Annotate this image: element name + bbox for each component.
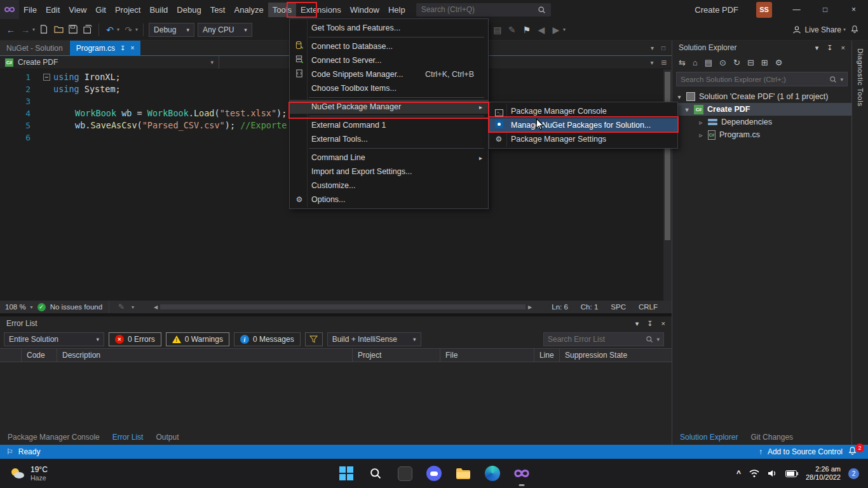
menu-item-external-command-1[interactable]: External Command 1 xyxy=(290,118,488,132)
show-all-files-icon[interactable]: ⊞ xyxy=(761,58,768,67)
quick-search-box[interactable] xyxy=(416,3,551,17)
tab-diagnostic-tools[interactable]: Diagnostic Tools xyxy=(857,48,864,445)
error-source-combo[interactable]: Build + IntelliSense ▾ xyxy=(327,332,421,346)
menu-item-package-manager-console[interactable]: >_ Package Manager Console xyxy=(489,104,677,118)
warnings-filter-button[interactable]: 0 Warnings xyxy=(166,332,229,346)
quick-search-input[interactable] xyxy=(421,5,538,14)
menu-file[interactable]: File xyxy=(19,3,41,17)
suppression-column-header[interactable]: Suppression State xyxy=(560,349,672,362)
tree-item-program-cs[interactable]: ▹ C# Program.cs xyxy=(672,128,851,141)
home-icon[interactable]: ⌂ xyxy=(693,58,698,67)
menu-item-connect-database[interactable]: Connect to Database... xyxy=(290,39,488,53)
feedback-bell-icon[interactable] xyxy=(849,25,860,35)
editor-horizontal-scrollbar[interactable]: ◀ ▶ xyxy=(154,304,532,310)
code-column-header[interactable]: Code xyxy=(22,349,57,362)
properties-icon[interactable]: ⚙ xyxy=(775,58,783,67)
tab-nuget-solution[interactable]: NuGet - Solution xyxy=(0,41,69,55)
split-window-icon[interactable]: ⊞ xyxy=(661,59,667,66)
start-button[interactable] xyxy=(338,465,355,482)
tree-expanded-icon[interactable]: ▾ xyxy=(684,106,690,113)
file-column-header[interactable]: File xyxy=(440,349,534,362)
comment-icon[interactable]: ▤ xyxy=(492,25,503,34)
menu-item-import-export-settings[interactable]: Import and Export Settings... xyxy=(290,165,488,179)
save-icon[interactable] xyxy=(67,25,79,35)
volume-icon[interactable] xyxy=(768,469,778,478)
bookmark-next-icon[interactable]: ▶ xyxy=(550,25,562,34)
close-panel-icon[interactable]: × xyxy=(841,44,845,52)
error-scope-combo[interactable]: Entire Solution ▾ xyxy=(4,332,104,346)
fold-collapse-icon[interactable]: − xyxy=(43,74,50,81)
pencil-icon[interactable]: ✎ xyxy=(506,25,518,34)
menu-git[interactable]: Git xyxy=(91,3,111,17)
menu-item-customize[interactable]: Customize... xyxy=(290,179,488,193)
visual-studio-button[interactable] xyxy=(513,465,530,482)
refresh-icon[interactable]: ↻ xyxy=(733,58,740,67)
solution-platform-combo[interactable]: Any CPU ▾ xyxy=(198,23,252,37)
menu-analyze[interactable]: Analyze xyxy=(229,3,268,17)
tray-chevron-icon[interactable]: ^ xyxy=(736,469,741,478)
tree-item-project[interactable]: ▾ C# Create PDF xyxy=(672,103,851,116)
menu-item-options[interactable]: ⚙ Options... xyxy=(290,193,488,207)
minimize-button[interactable]: — xyxy=(782,0,811,19)
new-file-icon[interactable] xyxy=(38,25,50,35)
severity-column-header[interactable] xyxy=(0,349,22,362)
issues-status[interactable]: No issues found xyxy=(50,303,102,311)
chevron-down-icon[interactable]: ▾ xyxy=(135,27,138,32)
chevron-down-icon[interactable]: ▾ xyxy=(32,27,35,32)
open-folder-icon[interactable] xyxy=(53,25,64,34)
column-indicator[interactable]: Ch: 1 xyxy=(581,303,599,311)
live-share-button[interactable]: Live Share ▾ xyxy=(792,25,846,34)
menu-tools[interactable]: Tools xyxy=(268,3,296,17)
menu-item-code-snippets[interactable]: Code Snippets Manager... Ctrl+K, Ctrl+B xyxy=(290,67,488,81)
wifi-icon[interactable] xyxy=(749,469,760,478)
tab-solution-explorer[interactable]: Solution Explorer xyxy=(680,433,738,442)
tab-list-chevron-icon[interactable]: ▾ xyxy=(651,44,654,51)
tab-error-list[interactable]: Error List xyxy=(112,433,144,442)
solution-configuration-combo[interactable]: Debug ▾ xyxy=(149,23,194,37)
chevron-down-icon[interactable]: ▾ xyxy=(563,27,566,32)
bookmark-icon[interactable]: ⚑ xyxy=(521,25,532,34)
menu-item-command-line[interactable]: Command Line ▸ xyxy=(290,151,488,165)
tree-expanded-icon[interactable]: ▾ xyxy=(676,93,682,100)
navigate-forward-icon[interactable]: → xyxy=(20,25,31,34)
chevron-down-icon[interactable]: ▾ xyxy=(651,59,654,66)
menu-item-nuget-package-manager[interactable]: NuGet Package Manager ▸ xyxy=(290,100,488,114)
undo-icon[interactable]: ↶ xyxy=(104,25,116,34)
pin-icon[interactable]: ↧ xyxy=(647,320,653,328)
notifications-button[interactable]: 2 xyxy=(848,446,862,458)
close-button[interactable]: × xyxy=(839,0,868,19)
menu-item-connect-server[interactable]: Connect to Server... xyxy=(290,53,488,67)
battery-icon[interactable] xyxy=(785,470,798,477)
window-menu-icon[interactable]: ▾ xyxy=(635,320,639,328)
line-ending-indicator[interactable]: CRLF xyxy=(639,303,658,311)
spaces-indicator[interactable]: SPC xyxy=(611,303,626,311)
chevron-down-icon[interactable]: ▾ xyxy=(31,304,33,310)
scroll-left-icon[interactable]: ◀ xyxy=(154,304,158,310)
add-to-source-control-button[interactable]: Add to Source Control xyxy=(768,447,843,456)
weather-widget[interactable]: 19°C Haze xyxy=(9,465,48,482)
tree-collapsed-icon[interactable]: ▹ xyxy=(698,119,704,126)
menu-test[interactable]: Test xyxy=(206,3,230,17)
switch-views-icon[interactable]: ⇆ xyxy=(679,58,686,67)
pending-changes-icon[interactable]: ▤ xyxy=(705,58,712,67)
error-list-search-input[interactable] xyxy=(548,335,642,344)
menu-view[interactable]: View xyxy=(64,3,91,17)
scroll-right-icon[interactable]: ▶ xyxy=(528,304,532,310)
description-column-header[interactable]: Description xyxy=(57,349,353,362)
menu-build[interactable]: Build xyxy=(145,3,172,17)
project-selector-combo[interactable]: C# Create PDF ▾ xyxy=(0,56,219,69)
line-indicator[interactable]: Ln: 6 xyxy=(552,303,568,311)
scope-icon[interactable]: ⊙ xyxy=(719,58,726,67)
scrollbar-track[interactable] xyxy=(160,304,526,309)
track-changes-icon[interactable]: ✎ xyxy=(116,303,127,311)
float-window-icon[interactable]: □ xyxy=(661,44,665,51)
zoom-level[interactable]: 108 % xyxy=(5,303,26,311)
redo-icon[interactable]: ↷ xyxy=(123,25,134,34)
maximize-button[interactable]: □ xyxy=(811,0,839,19)
error-list-search-box[interactable]: ▾ xyxy=(543,332,664,346)
tree-item-solution[interactable]: ▾ Solution 'Create PDF' (1 of 1 project) xyxy=(672,90,851,103)
menu-extensions[interactable]: Extensions xyxy=(296,3,346,17)
pin-icon[interactable]: ↧ xyxy=(120,44,125,51)
tab-git-changes[interactable]: Git Changes xyxy=(750,433,793,442)
navigate-back-icon[interactable]: ← xyxy=(5,25,17,34)
